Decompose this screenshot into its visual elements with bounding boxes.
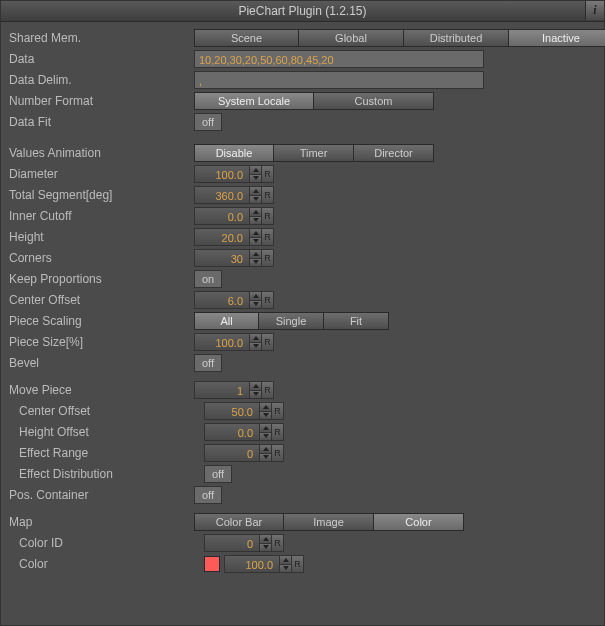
corners-input[interactable]: 30: [194, 249, 250, 267]
height-input[interactable]: 20.0: [194, 228, 250, 246]
down-arrow-icon[interactable]: [250, 175, 261, 183]
center-offset-input[interactable]: 6.0: [194, 291, 250, 309]
mp-height-offset-spinner[interactable]: [260, 423, 272, 441]
shared-mem-distributed[interactable]: Distributed: [404, 29, 509, 47]
corners-reset[interactable]: R: [262, 249, 274, 267]
center-offset-spinner[interactable]: [250, 291, 262, 309]
mp-effect-range-input[interactable]: 0: [204, 444, 260, 462]
values-anim-director[interactable]: Director: [354, 144, 434, 162]
shared-mem-inactive[interactable]: Inactive: [509, 29, 605, 47]
mp-effect-range-spinner[interactable]: [260, 444, 272, 462]
color-input[interactable]: 100.0: [224, 555, 280, 573]
map-colorbar[interactable]: Color Bar: [194, 513, 284, 531]
down-arrow-icon[interactable]: [250, 217, 261, 225]
up-arrow-icon[interactable]: [250, 250, 261, 259]
inner-cutoff-spinner[interactable]: [250, 207, 262, 225]
data-input[interactable]: 10,20,30,20,50,60,80,45,20: [194, 50, 484, 68]
inner-cutoff-input[interactable]: 0.0: [194, 207, 250, 225]
map-color[interactable]: Color: [374, 513, 464, 531]
up-arrow-icon[interactable]: [250, 208, 261, 217]
values-anim-disable[interactable]: Disable: [194, 144, 274, 162]
up-arrow-icon[interactable]: [280, 556, 291, 565]
up-arrow-icon[interactable]: [250, 166, 261, 175]
corners-spinner[interactable]: [250, 249, 262, 267]
down-arrow-icon[interactable]: [250, 343, 261, 351]
shared-mem-label: Shared Mem.: [9, 31, 194, 45]
shared-mem-scene[interactable]: Scene: [194, 29, 299, 47]
piece-size-reset[interactable]: R: [262, 333, 274, 351]
down-arrow-icon[interactable]: [250, 196, 261, 204]
total-segment-spinner[interactable]: [250, 186, 262, 204]
move-piece-input[interactable]: 1: [194, 381, 250, 399]
center-offset-reset[interactable]: R: [262, 291, 274, 309]
up-arrow-icon[interactable]: [260, 445, 271, 454]
height-spinner[interactable]: [250, 228, 262, 246]
mp-height-offset-input[interactable]: 0.0: [204, 423, 260, 441]
piece-size-input[interactable]: 100.0: [194, 333, 250, 351]
svg-marker-12: [253, 336, 259, 340]
up-arrow-icon[interactable]: [260, 424, 271, 433]
number-format-custom[interactable]: Custom: [314, 92, 434, 110]
up-arrow-icon[interactable]: [260, 403, 271, 412]
svg-marker-14: [253, 384, 259, 388]
mp-height-offset-reset[interactable]: R: [272, 423, 284, 441]
keep-proportions-toggle[interactable]: on: [194, 270, 222, 288]
piece-scaling-label: Piece Scaling: [9, 314, 194, 328]
mp-effect-dist-toggle[interactable]: off: [204, 465, 232, 483]
mp-center-offset-spinner[interactable]: [260, 402, 272, 420]
svg-marker-2: [253, 189, 259, 193]
up-arrow-icon[interactable]: [250, 292, 261, 301]
down-arrow-icon[interactable]: [250, 391, 261, 399]
up-arrow-icon[interactable]: [260, 535, 271, 544]
svg-marker-21: [263, 455, 269, 459]
bevel-label: Bevel: [9, 356, 194, 370]
mp-center-offset-input[interactable]: 50.0: [204, 402, 260, 420]
piece-scaling-all[interactable]: All: [194, 312, 259, 330]
down-arrow-icon[interactable]: [250, 301, 261, 309]
down-arrow-icon[interactable]: [250, 238, 261, 246]
inner-cutoff-reset[interactable]: R: [262, 207, 274, 225]
color-id-input[interactable]: 0: [204, 534, 260, 552]
height-reset[interactable]: R: [262, 228, 274, 246]
diameter-reset[interactable]: R: [262, 165, 274, 183]
up-arrow-icon[interactable]: [250, 382, 261, 391]
data-fit-toggle[interactable]: off: [194, 113, 222, 131]
mp-effect-range-reset[interactable]: R: [272, 444, 284, 462]
mp-center-offset-reset[interactable]: R: [272, 402, 284, 420]
down-arrow-icon[interactable]: [260, 433, 271, 441]
color-swatch[interactable]: [204, 556, 220, 572]
diameter-input[interactable]: 100.0: [194, 165, 250, 183]
down-arrow-icon[interactable]: [260, 454, 271, 462]
total-segment-reset[interactable]: R: [262, 186, 274, 204]
height-label: Height: [9, 230, 194, 244]
color-id-reset[interactable]: R: [272, 534, 284, 552]
diameter-spinner[interactable]: [250, 165, 262, 183]
total-segment-input[interactable]: 360.0: [194, 186, 250, 204]
data-delim-input[interactable]: ,: [194, 71, 484, 89]
mp-effect-dist-label: Effect Distribution: [9, 467, 204, 481]
bevel-toggle[interactable]: off: [194, 354, 222, 372]
move-piece-reset[interactable]: R: [262, 381, 274, 399]
info-button[interactable]: i: [585, 1, 604, 20]
move-piece-spinner[interactable]: [250, 381, 262, 399]
color-reset[interactable]: R: [292, 555, 304, 573]
svg-marker-19: [263, 434, 269, 438]
values-anim-timer[interactable]: Timer: [274, 144, 354, 162]
down-arrow-icon[interactable]: [250, 259, 261, 267]
piece-size-spinner[interactable]: [250, 333, 262, 351]
up-arrow-icon[interactable]: [250, 334, 261, 343]
pos-container-toggle[interactable]: off: [194, 486, 222, 504]
piece-scaling-single[interactable]: Single: [259, 312, 324, 330]
up-arrow-icon[interactable]: [250, 187, 261, 196]
down-arrow-icon[interactable]: [280, 565, 291, 573]
down-arrow-icon[interactable]: [260, 412, 271, 420]
piece-size-label: Piece Size[%]: [9, 335, 194, 349]
shared-mem-global[interactable]: Global: [299, 29, 404, 47]
color-spinner[interactable]: [280, 555, 292, 573]
up-arrow-icon[interactable]: [250, 229, 261, 238]
piece-scaling-fit[interactable]: Fit: [324, 312, 389, 330]
down-arrow-icon[interactable]: [260, 544, 271, 552]
color-id-spinner[interactable]: [260, 534, 272, 552]
map-image[interactable]: Image: [284, 513, 374, 531]
number-format-system[interactable]: System Locale: [194, 92, 314, 110]
